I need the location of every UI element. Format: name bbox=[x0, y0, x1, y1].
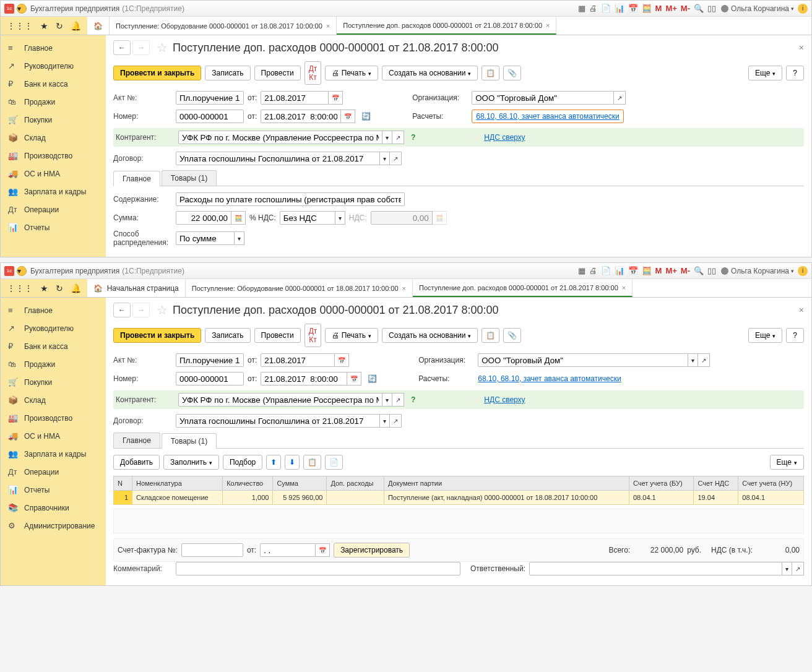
sf-num-input[interactable] bbox=[181, 543, 243, 557]
sidebar-item[interactable]: ↗Руководителю bbox=[1, 57, 106, 75]
sidebar-item[interactable]: 👥Зарплата и кадры bbox=[1, 183, 106, 200]
tab-main[interactable]: Главное bbox=[113, 433, 160, 448]
calc-icon[interactable]: 🧮 bbox=[642, 266, 652, 275]
mplus-icon[interactable]: M+ bbox=[665, 4, 676, 13]
sidebar-item[interactable]: ДтОперации bbox=[1, 463, 106, 481]
help-icon[interactable]: ? bbox=[408, 133, 418, 142]
calc-icon[interactable]: 🧮 bbox=[231, 211, 246, 225]
attach-icon[interactable]: 📎 bbox=[503, 328, 521, 343]
doc-icon[interactable]: 📄 bbox=[601, 266, 611, 275]
num-date-input[interactable] bbox=[261, 372, 347, 386]
create-based-button[interactable]: Создать на основании▾ bbox=[382, 66, 478, 80]
act-date-input[interactable] bbox=[261, 91, 329, 105]
print-button[interactable]: 🖨 Печать▾ bbox=[325, 66, 378, 80]
act-input[interactable] bbox=[176, 91, 244, 105]
calc-link[interactable]: 68.10, 68.10, зачет аванса автоматически bbox=[472, 110, 623, 123]
vat-pct-input[interactable] bbox=[280, 211, 335, 225]
notify-icon[interactable]: 🔔 bbox=[71, 283, 81, 293]
print-icon[interactable]: 🖨 bbox=[589, 4, 597, 13]
fill-button[interactable]: Заполнить▾ bbox=[163, 455, 219, 470]
resp-input[interactable] bbox=[529, 562, 782, 575]
tab-goods[interactable]: Товары (1) bbox=[162, 170, 217, 186]
contr-input[interactable] bbox=[178, 393, 382, 407]
close-page-icon[interactable]: × bbox=[799, 305, 804, 315]
sidebar-item[interactable]: 📦Склад bbox=[1, 391, 106, 409]
mminus-icon[interactable]: M- bbox=[681, 4, 690, 13]
sidebar-item[interactable]: 🏭Производство bbox=[1, 147, 106, 165]
history-icon[interactable]: ↻ bbox=[56, 21, 63, 31]
info-icon[interactable]: i bbox=[798, 266, 808, 276]
compare-icon[interactable]: 📊 bbox=[615, 266, 624, 275]
calendar-icon[interactable]: 📅 bbox=[335, 353, 349, 367]
calendar-icon[interactable]: 📅 bbox=[628, 4, 638, 13]
close-icon[interactable]: × bbox=[622, 284, 626, 291]
help-button[interactable]: ? bbox=[786, 66, 804, 80]
help-icon[interactable]: ? bbox=[408, 395, 418, 404]
dtk-icon[interactable]: ДтКт bbox=[304, 324, 322, 347]
down-icon[interactable]: ⬇ bbox=[285, 455, 300, 470]
dist-input[interactable] bbox=[176, 231, 235, 245]
back-button[interactable]: ← bbox=[113, 40, 131, 55]
sidebar-item[interactable]: ₽Банк и касса bbox=[1, 337, 106, 355]
history-icon[interactable]: ↻ bbox=[56, 283, 63, 293]
star-icon[interactable]: ☆ bbox=[157, 40, 168, 55]
calc-icon[interactable]: 🧮 bbox=[642, 4, 652, 13]
forward-button[interactable]: → bbox=[132, 40, 150, 55]
sidebar-item[interactable]: 🏭Производство bbox=[1, 409, 106, 427]
register-button[interactable]: Зарегистрировать bbox=[334, 543, 410, 558]
dropdown-icon[interactable]: ▾ bbox=[380, 414, 390, 428]
post-close-button[interactable]: Провести и закрыть bbox=[113, 328, 201, 343]
compare-icon[interactable]: 📊 bbox=[615, 4, 624, 13]
user-menu[interactable]: Ольга Корчагина ▾ bbox=[721, 4, 794, 13]
print-icon[interactable]: 🖨 bbox=[589, 266, 597, 275]
zoom-icon[interactable]: 🔍 bbox=[694, 4, 704, 13]
sum-input[interactable] bbox=[176, 211, 231, 225]
calendar-icon[interactable]: 📅 bbox=[341, 110, 355, 123]
save-button[interactable]: Записать bbox=[205, 328, 250, 343]
num-input[interactable] bbox=[176, 372, 244, 386]
tab-receipt[interactable]: Поступление: Оборудование 0000-000001 от… bbox=[110, 17, 337, 35]
sidebar-item[interactable]: ДтОперации bbox=[1, 200, 106, 218]
sidebar-item[interactable]: 📊Отчеты bbox=[1, 218, 106, 236]
zoom-icon[interactable]: 🔍 bbox=[694, 266, 704, 275]
dropdown-icon[interactable]: ▾ bbox=[382, 131, 392, 144]
open-icon[interactable]: ↗ bbox=[614, 91, 626, 105]
dropdown-icon[interactable]: ▾ bbox=[17, 266, 27, 276]
post-button[interactable]: Провести bbox=[254, 328, 301, 343]
grid-icon[interactable]: ▦ bbox=[578, 4, 585, 13]
home-button[interactable]: 🏠 Начальная страница bbox=[87, 279, 186, 297]
paste-icon[interactable]: 📄 bbox=[325, 455, 343, 470]
table-row[interactable]: 1 Складское помещение 1,000 5 925 960,00… bbox=[114, 491, 804, 505]
post-close-button[interactable]: Провести и закрыть bbox=[113, 66, 201, 80]
report-icon[interactable]: 📋 bbox=[482, 66, 499, 80]
m-icon[interactable]: M bbox=[655, 266, 662, 275]
dtk-icon[interactable]: ДтКт bbox=[304, 61, 322, 85]
user-menu[interactable]: Ольга Корчагина ▾ bbox=[721, 267, 794, 275]
act-date-input[interactable] bbox=[261, 353, 335, 367]
tab-expenses[interactable]: Поступление доп. расходов 0000-000001 от… bbox=[413, 279, 633, 297]
num-date-input[interactable] bbox=[261, 110, 341, 123]
open-icon[interactable]: ↗ bbox=[698, 353, 710, 367]
calc-link[interactable]: 68.10, 68.10, зачет аванса автоматически bbox=[478, 374, 621, 383]
calendar-icon[interactable]: 📅 bbox=[329, 91, 343, 105]
attach-icon[interactable]: 📎 bbox=[503, 66, 521, 80]
sidebar-item[interactable]: ⚙Администрирование bbox=[1, 517, 106, 535]
more-button[interactable]: Еще▾ bbox=[748, 66, 782, 80]
dropdown-icon[interactable]: ▾ bbox=[380, 152, 390, 165]
num-input[interactable] bbox=[176, 110, 244, 123]
vat-link[interactable]: НДС сверху bbox=[484, 395, 525, 404]
open-icon[interactable]: ↗ bbox=[792, 562, 804, 575]
act-input[interactable] bbox=[176, 353, 244, 367]
calendar-icon[interactable]: 📅 bbox=[628, 266, 638, 275]
m-icon[interactable]: M bbox=[655, 4, 662, 13]
more-button[interactable]: Еще▾ bbox=[770, 455, 804, 470]
apps-icon[interactable]: ⋮⋮⋮ bbox=[7, 21, 33, 31]
back-button[interactable]: ← bbox=[113, 303, 131, 317]
print-button[interactable]: 🖨 Печать▾ bbox=[325, 328, 378, 343]
sidebar-item[interactable]: ≡Главное bbox=[1, 301, 106, 319]
dropdown-icon[interactable]: ▾ bbox=[382, 393, 392, 407]
sidebar-item[interactable]: 📊Отчеты bbox=[1, 481, 106, 499]
close-icon[interactable]: × bbox=[326, 22, 330, 30]
apps-icon[interactable]: ⋮⋮⋮ bbox=[7, 283, 33, 293]
refresh-icon[interactable]: 🔄 bbox=[361, 112, 371, 121]
